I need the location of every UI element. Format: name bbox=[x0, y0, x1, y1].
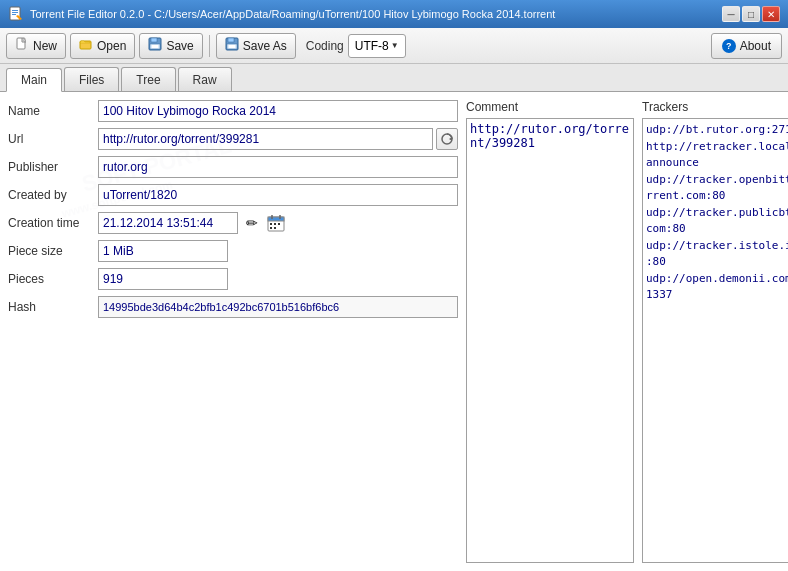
trackers-header: Trackers bbox=[642, 100, 788, 114]
svg-rect-19 bbox=[268, 217, 284, 221]
creation-time-input[interactable] bbox=[98, 212, 238, 234]
svg-rect-1 bbox=[12, 10, 18, 11]
right-panels: Comment Trackers bbox=[466, 100, 788, 563]
new-label: New bbox=[33, 39, 57, 53]
publisher-label: Publisher bbox=[8, 160, 98, 174]
open-label: Open bbox=[97, 39, 126, 53]
comment-panel: Comment bbox=[466, 100, 634, 563]
save-label: Save bbox=[166, 39, 193, 53]
new-icon bbox=[15, 37, 29, 54]
name-input[interactable] bbox=[98, 100, 458, 122]
close-button[interactable]: ✕ bbox=[762, 6, 780, 22]
title-bar-left: Torrent File Editor 0.2.0 - C:/Users/Ace… bbox=[8, 6, 555, 22]
svg-rect-2 bbox=[12, 12, 18, 13]
url-refresh-button[interactable] bbox=[436, 128, 458, 150]
about-button[interactable]: ? About bbox=[711, 33, 782, 59]
created-by-input[interactable] bbox=[98, 184, 458, 206]
comment-textarea[interactable] bbox=[466, 118, 634, 563]
toolbar-right: ? About bbox=[711, 33, 782, 59]
svg-rect-23 bbox=[274, 223, 276, 225]
publisher-row: Publisher bbox=[8, 156, 458, 178]
svg-rect-26 bbox=[274, 227, 276, 229]
open-icon bbox=[79, 37, 93, 54]
coding-dropdown-arrow: ▼ bbox=[391, 41, 399, 50]
piece-size-row: Piece size bbox=[8, 240, 458, 262]
coding-select[interactable]: UTF-8 ▼ bbox=[348, 34, 406, 58]
save-as-label: Save As bbox=[243, 39, 287, 53]
save-as-button[interactable]: Save As bbox=[216, 33, 296, 59]
comment-header: Comment bbox=[466, 100, 634, 114]
toolbar: New Open Save bbox=[0, 28, 788, 64]
svg-rect-25 bbox=[270, 227, 272, 229]
about-icon: ? bbox=[722, 39, 736, 53]
hash-input[interactable] bbox=[98, 296, 458, 318]
publisher-input[interactable] bbox=[98, 156, 458, 178]
url-row: Url bbox=[8, 128, 458, 150]
svg-marker-17 bbox=[449, 137, 452, 141]
svg-rect-15 bbox=[229, 45, 235, 48]
name-row: Name bbox=[8, 100, 458, 122]
form-panel: Name Url Publisher bbox=[8, 100, 458, 563]
svg-rect-9 bbox=[151, 38, 157, 42]
creation-time-row: Creation time ✏ bbox=[8, 212, 458, 234]
tabs-bar: Main Files Tree Raw bbox=[0, 64, 788, 92]
piece-size-input[interactable] bbox=[98, 240, 228, 262]
pencil-icon[interactable]: ✏ bbox=[242, 213, 262, 233]
url-input[interactable] bbox=[98, 128, 433, 150]
toolbar-separator bbox=[209, 35, 210, 57]
svg-rect-13 bbox=[228, 38, 234, 42]
svg-rect-3 bbox=[12, 14, 16, 15]
refresh-icon bbox=[440, 132, 454, 146]
tab-main[interactable]: Main bbox=[6, 68, 62, 92]
url-label: Url bbox=[8, 132, 98, 146]
pieces-row: Pieces bbox=[8, 268, 458, 290]
creation-time-group: ✏ bbox=[98, 212, 286, 234]
maximize-button[interactable]: □ bbox=[742, 6, 760, 22]
tab-files[interactable]: Files bbox=[64, 67, 119, 91]
pieces-input[interactable] bbox=[98, 268, 228, 290]
main-content: SOFT PORTAL www.softportal.com Name Url bbox=[0, 92, 788, 571]
app-icon bbox=[8, 6, 24, 22]
trackers-panel: Trackers bbox=[642, 100, 788, 563]
svg-rect-24 bbox=[278, 223, 280, 225]
about-label: About bbox=[740, 39, 771, 53]
pieces-label: Pieces bbox=[8, 272, 98, 286]
name-label: Name bbox=[8, 104, 98, 118]
hash-label: Hash bbox=[8, 300, 98, 314]
title-bar: Torrent File Editor 0.2.0 - C:/Users/Ace… bbox=[0, 0, 788, 28]
save-icon bbox=[148, 37, 162, 54]
window-title: Torrent File Editor 0.2.0 - C:/Users/Ace… bbox=[30, 8, 555, 20]
coding-value: UTF-8 bbox=[355, 39, 389, 53]
coding-label: Coding bbox=[306, 39, 344, 53]
trackers-textarea[interactable] bbox=[642, 118, 788, 563]
svg-rect-11 bbox=[152, 45, 158, 48]
tab-tree[interactable]: Tree bbox=[121, 67, 175, 91]
window-controls: ─ □ ✕ bbox=[722, 6, 780, 22]
tab-raw[interactable]: Raw bbox=[178, 67, 232, 91]
calendar-icon[interactable] bbox=[266, 213, 286, 233]
url-input-group bbox=[98, 128, 458, 150]
open-button[interactable]: Open bbox=[70, 33, 135, 59]
piece-size-label: Piece size bbox=[8, 244, 98, 258]
hash-row: Hash bbox=[8, 296, 458, 318]
creation-time-label: Creation time bbox=[8, 216, 98, 230]
svg-rect-22 bbox=[270, 223, 272, 225]
created-by-label: Created by bbox=[8, 188, 98, 202]
new-button[interactable]: New bbox=[6, 33, 66, 59]
minimize-button[interactable]: ─ bbox=[722, 6, 740, 22]
save-button[interactable]: Save bbox=[139, 33, 202, 59]
created-by-row: Created by bbox=[8, 184, 458, 206]
save-as-icon bbox=[225, 37, 239, 54]
